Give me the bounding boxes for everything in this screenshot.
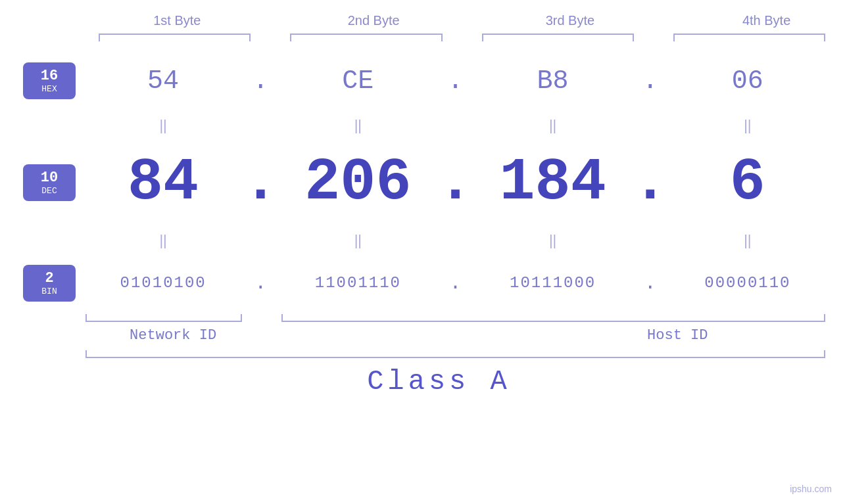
eq5: || bbox=[85, 232, 241, 249]
byte2-header: 2nd Byte bbox=[295, 13, 452, 28]
bin-val-3: 10111000 bbox=[475, 274, 631, 292]
host-bracket-right bbox=[670, 314, 825, 322]
watermark: ipshu.com bbox=[790, 484, 832, 494]
dec-badge-number: 10 bbox=[32, 170, 66, 186]
network-id-label: Network ID bbox=[85, 327, 260, 344]
top-bracket-4 bbox=[673, 34, 825, 41]
host-bracket-mid bbox=[477, 314, 631, 322]
byte1-header: 1st Byte bbox=[99, 13, 256, 28]
eq3: || bbox=[475, 117, 631, 134]
bin-badge: 2 BIN bbox=[23, 265, 76, 302]
hex-badge-text: HEX bbox=[32, 84, 66, 94]
eq4: || bbox=[670, 117, 845, 134]
hex-row: 16 HEX 54 . CE . B8 . 06 bbox=[0, 51, 845, 110]
host-id-area: Host ID bbox=[300, 327, 825, 344]
dec-badge-text: DEC bbox=[32, 186, 66, 196]
main-layout: 1st Byte 2nd Byte 3rd Byte 4th Byte 16 H… bbox=[0, 0, 845, 504]
dec-badge: 10 DEC bbox=[23, 164, 76, 201]
hex-val-2: CE bbox=[280, 66, 435, 96]
equals-row-1: || || || || bbox=[0, 110, 845, 140]
hex-val-1: 54 bbox=[85, 66, 241, 96]
dec-row: 10 DEC 84 . 206 . 184 . 6 bbox=[0, 140, 845, 225]
big-bracket bbox=[85, 350, 825, 358]
dec-dot-1: . bbox=[241, 153, 280, 212]
hex-badge-number: 16 bbox=[32, 68, 66, 84]
eq7: || bbox=[475, 232, 631, 249]
bin-badge-container: 2 BIN bbox=[13, 265, 85, 302]
dec-val-3: 184 bbox=[475, 149, 631, 216]
eq8: || bbox=[670, 232, 845, 249]
hex-badge: 16 HEX bbox=[23, 62, 76, 99]
dec-val-2: 206 bbox=[280, 149, 435, 216]
dec-val-4: 6 bbox=[670, 149, 845, 216]
top-bracket-3 bbox=[482, 34, 634, 41]
bin-badge-text: BIN bbox=[32, 286, 66, 296]
eq1: || bbox=[85, 117, 241, 134]
class-label-row: Class A bbox=[0, 366, 845, 398]
host-id-label: Host ID bbox=[300, 327, 825, 344]
byte3-header: 3rd Byte bbox=[492, 13, 649, 28]
id-labels: Network ID Host ID bbox=[0, 327, 845, 344]
bin-val-4: 00000110 bbox=[670, 274, 845, 292]
hex-badge-container: 16 HEX bbox=[13, 62, 85, 99]
bin-dot-2: . bbox=[436, 272, 475, 294]
hex-dot-2: . bbox=[436, 66, 475, 96]
dec-badge-container: 10 DEC bbox=[13, 164, 85, 201]
class-label: Class A bbox=[367, 366, 510, 398]
eq2: || bbox=[280, 117, 435, 134]
network-bracket bbox=[85, 314, 242, 322]
hex-dot-1: . bbox=[241, 66, 280, 96]
bin-val-2: 11001110 bbox=[280, 274, 435, 292]
top-brackets bbox=[0, 34, 845, 41]
host-bracket-left bbox=[281, 314, 437, 322]
bottom-brackets bbox=[0, 314, 845, 322]
byte4-header: 4th Byte bbox=[688, 13, 845, 28]
hex-dot-3: . bbox=[631, 66, 670, 96]
bin-dot-3: . bbox=[631, 272, 670, 294]
dec-dot-2: . bbox=[436, 153, 475, 212]
eq6: || bbox=[280, 232, 435, 249]
bin-badge-number: 2 bbox=[32, 270, 66, 286]
dec-val-1: 84 bbox=[85, 149, 241, 216]
bin-row: 2 BIN 01010100 . 11001110 . 10111000 . 0… bbox=[0, 255, 845, 311]
dec-dot-3: . bbox=[631, 153, 670, 212]
big-bracket-container bbox=[0, 350, 845, 358]
hex-val-4: 06 bbox=[670, 66, 845, 96]
bin-dot-1: . bbox=[241, 272, 280, 294]
hex-val-3: B8 bbox=[475, 66, 631, 96]
top-bracket-2 bbox=[290, 34, 442, 41]
bin-val-1: 01010100 bbox=[85, 274, 241, 292]
equals-row-2: || || || || bbox=[0, 225, 845, 255]
byte-headers: 1st Byte 2nd Byte 3rd Byte 4th Byte bbox=[0, 0, 845, 28]
top-bracket-1 bbox=[99, 34, 251, 41]
